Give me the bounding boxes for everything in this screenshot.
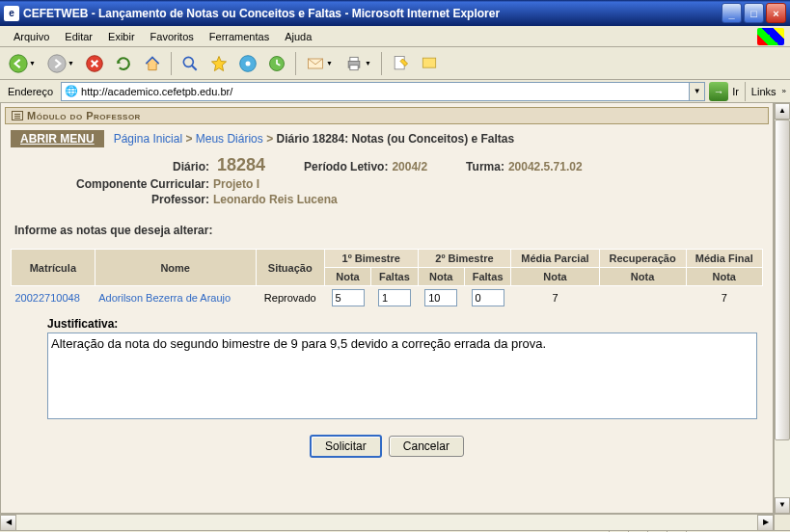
periodo-value: 2004/2 xyxy=(392,160,427,173)
stop-button[interactable] xyxy=(81,50,108,77)
app-icon: e xyxy=(4,6,19,21)
window-titlebar: e CEFETWEB - Lançamento de Notas ou Conc… xyxy=(0,0,790,26)
open-menu-button[interactable]: ABRIR MENU xyxy=(11,130,104,147)
scroll-thumb[interactable] xyxy=(775,120,790,440)
professor-label: Professor: xyxy=(20,193,213,206)
address-label: Endereço xyxy=(4,86,57,97)
cancelar-button[interactable]: Cancelar xyxy=(389,436,464,457)
address-input[interactable] xyxy=(81,84,689,99)
justificativa-input[interactable] xyxy=(47,332,757,419)
turma-value: 20042.5.71.02 xyxy=(508,160,583,173)
page-content: Módulo do Professor ABRIR MENU Página In… xyxy=(0,103,774,514)
th-nome: Nome xyxy=(95,250,256,286)
th-bim2: 2º Bimestre xyxy=(418,250,511,268)
componente-value: Projeto I xyxy=(213,177,259,191)
svg-point-5 xyxy=(246,61,251,66)
back-button[interactable]: ▼ xyxy=(4,50,41,77)
favorites-button[interactable] xyxy=(205,50,232,77)
forward-button[interactable]: ▼ xyxy=(42,50,79,77)
faltas1-input[interactable] xyxy=(378,289,411,306)
student-nome[interactable]: Adorilson Bezerra de Araujo xyxy=(98,292,231,304)
menu-favoritos[interactable]: Favoritos xyxy=(143,29,202,44)
module-header: Módulo do Professor xyxy=(5,107,769,124)
turma-label: Turma: xyxy=(466,160,504,173)
scroll-down-button[interactable]: ▼ xyxy=(775,497,790,514)
search-button[interactable] xyxy=(177,50,204,77)
th-faltas2: Faltas xyxy=(464,268,510,286)
window-title: CEFETWEB - Lançamento de Notas ou Concei… xyxy=(23,7,722,20)
history-button[interactable] xyxy=(263,50,290,77)
address-bar: Endereço 🌐 ▼ → Ir Links » xyxy=(0,80,790,103)
th-nota2: Nota xyxy=(418,268,464,286)
media-parcial-value: 7 xyxy=(511,286,599,310)
recuperacao-value xyxy=(599,286,686,310)
solicitar-button[interactable]: Solicitar xyxy=(310,435,382,458)
th-nota1: Nota xyxy=(324,268,370,286)
th-mp-nota: Nota xyxy=(511,268,599,286)
th-recuperacao: Recuperação xyxy=(599,250,686,268)
student-situacao: Reprovado xyxy=(256,286,324,310)
diary-info: Diário: 18284 Período Letivo: 2004/2 Tur… xyxy=(1,149,773,218)
menu-ferramentas[interactable]: Ferramentas xyxy=(202,29,277,44)
diario-value: 18284 xyxy=(217,155,265,175)
th-mf-nota: Nota xyxy=(686,268,762,286)
justificativa-label: Justificativa: xyxy=(1,309,773,332)
nota1-input[interactable] xyxy=(332,289,365,306)
th-faltas1: Faltas xyxy=(371,268,418,286)
student-matricula[interactable]: 20022710048 xyxy=(15,292,80,304)
mail-button[interactable]: ▼ xyxy=(301,50,338,77)
nota2-input[interactable] xyxy=(424,289,457,306)
breadcrumb: ABRIR MENU Página Inicial > Meus Diários… xyxy=(1,128,773,149)
componente-label: Componente Curricular: xyxy=(20,177,213,191)
media-button[interactable] xyxy=(234,50,261,77)
discuss-button[interactable] xyxy=(416,50,443,77)
menu-arquivo[interactable]: Arquivo xyxy=(6,29,57,44)
periodo-label: Período Letivo: xyxy=(304,160,388,173)
svg-point-0 xyxy=(10,54,27,71)
menu-editar[interactable]: Editar xyxy=(57,29,100,44)
horizontal-scrollbar[interactable]: ◀ ▶ xyxy=(0,514,790,530)
address-dropdown[interactable]: ▼ xyxy=(689,83,704,100)
links-label: Links xyxy=(751,86,776,97)
print-button[interactable]: ▼ xyxy=(340,50,376,77)
scroll-left-button[interactable]: ◀ xyxy=(0,515,16,531)
th-matricula: Matrícula xyxy=(12,250,95,286)
breadcrumb-home[interactable]: Página Inicial xyxy=(114,132,182,146)
svg-rect-10 xyxy=(350,65,358,69)
th-media-parcial: Média Parcial xyxy=(511,250,599,268)
menu-bar: Arquivo Editar Exibir Favoritos Ferramen… xyxy=(0,26,790,47)
svg-rect-9 xyxy=(350,57,358,61)
vertical-scrollbar[interactable]: ▲ ▼ xyxy=(774,103,790,514)
svg-point-1 xyxy=(48,54,66,71)
prompt-text: Informe as notas que deseja alterar: xyxy=(1,218,773,249)
toolbar: ▼ ▼ ▼ ▼ xyxy=(0,47,790,80)
minimize-button[interactable]: _ xyxy=(722,3,742,23)
faltas2-input[interactable] xyxy=(472,289,504,306)
grades-table: Matrícula Nome Situação 1º Bimestre 2º B… xyxy=(11,249,763,309)
page-icon: 🌐 xyxy=(64,84,79,99)
menu-exibir[interactable]: Exibir xyxy=(100,29,143,44)
diario-label: Diário: xyxy=(20,160,213,173)
module-icon xyxy=(12,111,23,120)
professor-value: Leonardo Reis Lucena xyxy=(213,193,338,206)
media-final-value: 7 xyxy=(686,286,762,310)
table-row: 20022710048 Adorilson Bezerra de Araujo … xyxy=(12,286,763,310)
go-label: Ir xyxy=(732,86,739,97)
edit-button[interactable] xyxy=(387,50,414,77)
scroll-right-button[interactable]: ▶ xyxy=(757,515,774,531)
menu-ajuda[interactable]: Ajuda xyxy=(277,29,319,44)
maximize-button[interactable]: □ xyxy=(744,3,764,23)
module-title: Módulo do Professor xyxy=(27,110,141,121)
breadcrumb-diaries[interactable]: Meus Diários xyxy=(196,132,263,146)
breadcrumb-current: Diário 18284: Notas (ou Conceitos) e Fal… xyxy=(276,132,514,146)
go-button[interactable]: → xyxy=(709,82,728,101)
close-button[interactable]: × xyxy=(766,3,786,23)
svg-rect-12 xyxy=(422,58,435,67)
windows-logo-icon xyxy=(757,28,784,45)
refresh-button[interactable] xyxy=(110,50,137,77)
th-bim1: 1º Bimestre xyxy=(324,250,418,268)
th-situacao: Situação xyxy=(256,250,324,286)
scroll-up-button[interactable]: ▲ xyxy=(775,103,790,120)
home-button[interactable] xyxy=(139,50,166,77)
th-media-final: Média Final xyxy=(686,250,762,268)
